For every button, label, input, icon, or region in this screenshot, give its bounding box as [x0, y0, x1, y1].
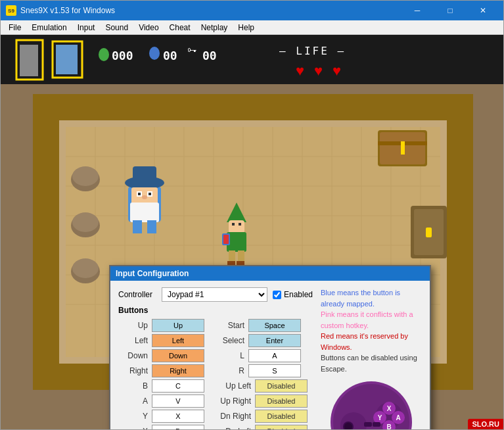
- svg-text:♥: ♥: [296, 62, 304, 79]
- svg-rect-5: [56, 45, 78, 74]
- btn-row-dnleft: Dn Left Disabled: [215, 425, 313, 429]
- maximize-button[interactable]: □: [435, 1, 465, 20]
- btn-row-down: Down Down: [118, 349, 210, 362]
- controller-select[interactable]: Joypad #1: [162, 287, 267, 302]
- btn-row-l: L A: [215, 349, 313, 362]
- btn-label-up: Up: [118, 321, 148, 330]
- btn-input-x[interactable]: D: [152, 425, 204, 429]
- svg-text:— LIFE —: — LIFE —: [279, 45, 346, 57]
- svg-text:🗝: 🗝: [187, 45, 196, 55]
- menu-input[interactable]: Input: [72, 20, 101, 35]
- btn-input-dnright[interactable]: Disabled: [255, 410, 308, 423]
- btn-input-r[interactable]: S: [248, 364, 301, 377]
- help-blue: Blue means the button is already mapped.: [321, 289, 400, 308]
- menu-file[interactable]: File: [3, 20, 26, 35]
- btn-input-down[interactable]: Down: [152, 349, 204, 362]
- svg-text:X: X: [387, 405, 392, 412]
- btn-input-upleft[interactable]: Disabled: [255, 379, 308, 393]
- svg-rect-17: [33, 94, 473, 120]
- svg-rect-93: [373, 422, 380, 427]
- menu-sound[interactable]: Sound: [100, 20, 133, 35]
- btn-input-y[interactable]: X: [152, 410, 204, 423]
- btn-input-up[interactable]: Up: [152, 319, 204, 332]
- btn-row-upright: Up Right Disabled: [215, 394, 313, 408]
- main-window: S9 Snes9X v1.53 for Windows ─ □ ✕ File E…: [0, 0, 504, 430]
- controller-label: Controller: [118, 290, 158, 299]
- btn-row-x: X D: [118, 425, 210, 429]
- svg-point-89: [344, 423, 352, 429]
- help-pink: Pink means it conflicts with a custom ho…: [321, 310, 413, 329]
- btn-input-b[interactable]: C: [152, 379, 204, 393]
- btn-row-up: Up Up: [118, 319, 210, 332]
- app-icon: S9: [6, 5, 16, 16]
- btn-label-dnright: Dn Right: [215, 412, 251, 421]
- btn-label-l: L: [215, 351, 244, 360]
- svg-rect-59: [130, 203, 159, 222]
- menu-cheat[interactable]: Cheat: [164, 20, 196, 35]
- close-button[interactable]: ✕: [468, 1, 498, 20]
- menu-bar: File Emulation Input Sound Video Cheat N…: [1, 20, 503, 35]
- dialog-body: Controller Joypad #1 Enabled Buttons: [110, 281, 430, 429]
- btn-input-select[interactable]: Enter: [248, 334, 301, 347]
- btn-input-l[interactable]: A: [248, 349, 301, 362]
- enabled-checkbox[interactable]: [273, 291, 281, 299]
- enabled-label: Enabled: [284, 290, 313, 299]
- menu-help[interactable]: Help: [233, 20, 260, 35]
- menu-video[interactable]: Video: [133, 20, 164, 35]
- menu-emulation[interactable]: Emulation: [26, 20, 72, 35]
- svg-point-58: [142, 195, 147, 199]
- btn-input-upright[interactable]: Disabled: [255, 394, 308, 408]
- btn-label-x: X: [118, 427, 148, 429]
- buttons-columns: Up Up Left Left Down Down: [118, 319, 313, 429]
- btn-row-right: Right Right: [118, 364, 210, 377]
- btn-label-left: Left: [118, 336, 148, 345]
- btn-input-start[interactable]: Space: [248, 319, 301, 332]
- left-buttons-column: Up Up Left Left Down Down: [118, 319, 210, 429]
- svg-text:A: A: [396, 414, 400, 421]
- title-bar-controls: ─ □ ✕: [402, 1, 498, 20]
- btn-label-upright: Up Right: [215, 396, 251, 406]
- btn-label-a: A: [118, 396, 148, 406]
- svg-rect-18: [33, 94, 59, 390]
- help-text: Blue means the button is already mapped.…: [321, 287, 422, 374]
- svg-text:♥: ♥: [314, 62, 323, 79]
- svg-text:♥: ♥: [332, 62, 341, 79]
- btn-label-select: Select: [215, 336, 244, 345]
- dialog-left-panel: Controller Joypad #1 Enabled Buttons: [118, 287, 313, 429]
- svg-rect-43: [401, 141, 405, 155]
- minimize-button[interactable]: ─: [402, 1, 432, 20]
- help-red: Red means it's reserved by Windows.: [321, 332, 408, 351]
- btn-row-a: A V: [118, 394, 210, 408]
- btn-row-y: Y X: [118, 410, 210, 423]
- btn-label-upleft: Up Left: [215, 381, 251, 391]
- btn-row-b: B C: [118, 379, 210, 393]
- svg-rect-61: [147, 220, 156, 233]
- btn-label-b: B: [118, 381, 148, 391]
- controller-row: Controller Joypad #1 Enabled: [118, 287, 313, 302]
- svg-rect-70: [238, 251, 244, 262]
- btn-input-left[interactable]: Left: [152, 334, 204, 347]
- buttons-section-title: Buttons: [118, 306, 313, 315]
- enabled-checkbox-label[interactable]: Enabled: [273, 290, 313, 299]
- svg-rect-68: [223, 235, 229, 244]
- game-area: 000 00 🗝 00 — LIFE — ♥ ♥ ♥: [1, 35, 503, 429]
- svg-text:000: 000: [112, 49, 133, 62]
- btn-input-a[interactable]: V: [152, 394, 204, 408]
- btn-input-dnleft[interactable]: Disabled: [255, 425, 308, 429]
- svg-point-6: [99, 48, 109, 61]
- svg-rect-56: [138, 193, 141, 195]
- controller-graphic-container: Y X A B: [321, 379, 422, 429]
- svg-rect-63: [229, 220, 244, 233]
- svg-rect-75: [426, 227, 432, 237]
- svg-rect-57: [149, 193, 151, 195]
- svg-rect-52: [133, 166, 156, 186]
- menu-netplay[interactable]: Netplay: [196, 20, 233, 35]
- svg-text:00: 00: [163, 49, 177, 62]
- btn-row-start: Start Space: [215, 319, 313, 332]
- btn-input-right[interactable]: Right: [152, 364, 204, 377]
- slo-badge: SLO.RU: [468, 419, 503, 429]
- help-escape: Buttons can be disabled using Escape.: [321, 354, 417, 373]
- dialog-right-panel: Blue means the button is already mapped.…: [321, 287, 422, 429]
- btn-label-down: Down: [118, 351, 148, 360]
- svg-text:Y: Y: [378, 414, 382, 421]
